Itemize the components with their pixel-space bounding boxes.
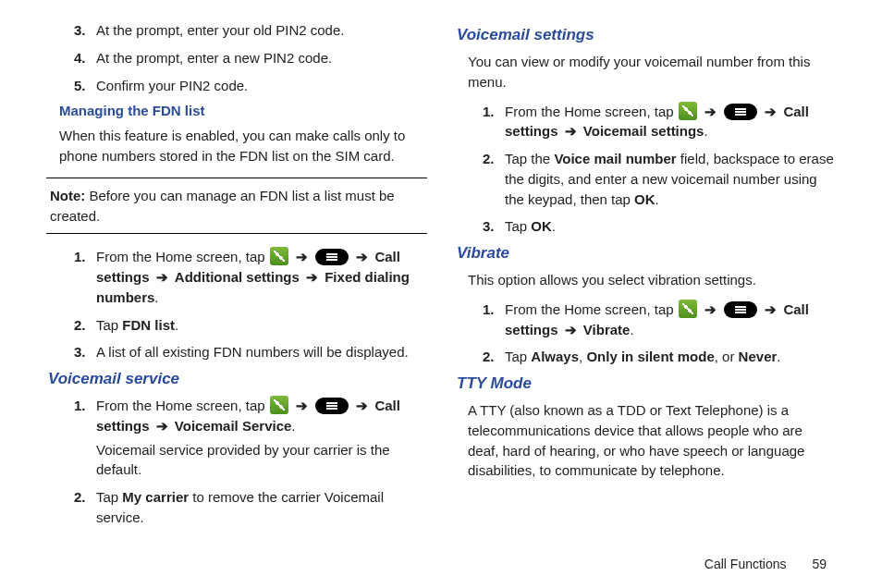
list-item: 1. From the Home screen, tap ➔ ➔ Call se…	[455, 102, 836, 142]
list-number: 2.	[74, 487, 96, 528]
heading-vibrate: Vibrate	[455, 244, 836, 263]
list-number: 1.	[483, 300, 505, 340]
list-item: 1. From the Home screen, tap ➔ ➔ Call se…	[46, 396, 427, 436]
note-label: Note:	[50, 188, 85, 203]
heading-tty-mode: TTY Mode	[455, 374, 836, 393]
list-number: 5.	[74, 76, 96, 96]
left-column: 3. At the prompt, enter your old PIN2 co…	[46, 20, 427, 535]
list-number: 1.	[74, 247, 96, 307]
page-number: 59	[812, 557, 827, 571]
list-number: 1.	[483, 102, 505, 142]
page-body: 3. At the prompt, enter your old PIN2 co…	[0, 0, 882, 535]
list-item: 3. Tap OK.	[455, 216, 836, 237]
heading-voicemail-service: Voicemail service	[46, 370, 427, 388]
list-number: 2.	[483, 347, 505, 367]
list-number: 2.	[483, 149, 505, 209]
list-number: 4.	[74, 48, 96, 68]
list-text: From the Home screen, tap ➔ ➔ Call setti…	[96, 396, 427, 436]
list-item: 5. Confirm your PIN2 code.	[46, 76, 427, 96]
menu-icon	[724, 301, 757, 318]
arrow-icon: ➔	[303, 269, 321, 285]
list-number: 3.	[74, 20, 96, 41]
list-text: Tap My carrier to remove the carrier Voi…	[96, 487, 427, 528]
menu-icon	[315, 249, 349, 265]
section-name: Call Functions	[704, 557, 787, 571]
paragraph: This option allows you select vibration …	[455, 270, 836, 290]
list-number: 3.	[483, 216, 505, 237]
list-item: 2. Tap Always, Only in silent mode, or N…	[455, 347, 836, 367]
list-text: From the Home screen, tap ➔ ➔ Call setti…	[505, 300, 836, 340]
list-number: 3.	[74, 342, 96, 362]
phone-icon	[270, 396, 288, 414]
list-text: Tap FDN list.	[96, 315, 427, 336]
list-item: 4. At the prompt, enter a new PIN2 code.	[46, 48, 427, 68]
list-text: Confirm your PIN2 code.	[96, 76, 427, 96]
list-item: 3. At the prompt, enter your old PIN2 co…	[46, 20, 427, 41]
phone-icon	[679, 300, 697, 318]
list-item: 3. A list of all existing FDN numbers wi…	[46, 342, 427, 362]
list-text: From the Home screen, tap ➔ ➔ Call setti…	[96, 247, 427, 307]
list-item: 2. Tap the Voice mail number field, back…	[455, 149, 836, 209]
arrow-icon: ➔	[153, 269, 171, 285]
list-item: 2. Tap FDN list.	[46, 315, 427, 336]
paragraph: When this feature is enabled, you can ma…	[46, 126, 427, 166]
arrow-icon: ➔	[702, 104, 719, 119]
heading-voicemail-settings: Voicemail settings	[455, 26, 836, 44]
list-text: Tap the Voice mail number field, backspa…	[505, 149, 836, 209]
arrow-icon: ➔	[353, 249, 371, 264]
arrow-icon: ➔	[153, 418, 171, 434]
sub-paragraph: Voicemail service provided by your carri…	[96, 440, 427, 481]
note-body: Before you can manage an FDN list a list…	[50, 188, 395, 224]
right-column: Voicemail settings You can view or modif…	[455, 20, 836, 535]
list-item: 2. Tap My carrier to remove the carrier …	[46, 487, 427, 528]
phone-icon	[679, 102, 697, 120]
arrow-icon: ➔	[293, 398, 311, 413]
arrow-icon: ➔	[762, 301, 779, 317]
menu-icon	[315, 398, 349, 414]
paragraph: A TTY (also known as a TDD or Text Telep…	[455, 400, 836, 481]
arrow-icon: ➔	[562, 123, 580, 139]
menu-icon	[724, 104, 757, 120]
arrow-icon: ➔	[702, 301, 719, 317]
list-item: 1. From the Home screen, tap ➔ ➔ Call se…	[46, 247, 427, 307]
page-footer: Call Functions 59	[704, 557, 827, 571]
list-text: From the Home screen, tap ➔ ➔ Call setti…	[505, 102, 836, 142]
list-item: 1. From the Home screen, tap ➔ ➔ Call se…	[455, 300, 836, 340]
heading-managing-fdn: Managing the FDN list	[46, 103, 427, 118]
note-box: Note: Before you can manage an FDN list …	[46, 178, 427, 235]
list-number: 2.	[74, 315, 96, 336]
list-text: At the prompt, enter your old PIN2 code.	[96, 20, 427, 41]
list-text: At the prompt, enter a new PIN2 code.	[96, 48, 427, 68]
list-number: 1.	[74, 396, 96, 436]
paragraph: You can view or modify your voicemail nu…	[455, 52, 836, 92]
list-text: Tap Always, Only in silent mode, or Neve…	[505, 347, 836, 367]
arrow-icon: ➔	[293, 249, 311, 264]
arrow-icon: ➔	[353, 398, 371, 413]
arrow-icon: ➔	[562, 322, 580, 337]
phone-icon	[270, 247, 288, 265]
list-text: Tap OK.	[505, 216, 836, 237]
list-text: A list of all existing FDN numbers will …	[96, 342, 427, 362]
arrow-icon: ➔	[762, 104, 779, 119]
